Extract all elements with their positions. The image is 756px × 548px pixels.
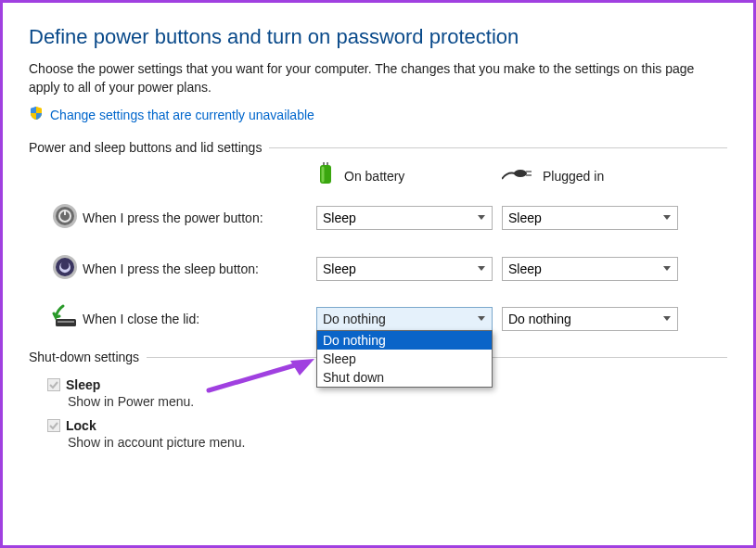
lock-checkbox[interactable]	[47, 419, 60, 432]
lid-battery-select[interactable]: Do nothing	[316, 307, 493, 331]
on-battery-header: On battery	[344, 169, 404, 184]
lid-option-shut-down[interactable]: Shut down	[317, 368, 492, 387]
change-settings-link[interactable]: Change settings that are currently unava…	[50, 108, 314, 122]
plugged-in-icon	[502, 166, 533, 185]
section-shutdown-label: Shut-down settings	[29, 350, 139, 364]
page-description: Choose the power settings that you want …	[29, 60, 697, 96]
svg-rect-14	[58, 321, 74, 323]
sleep-button-plugged-select[interactable]: Sleep	[502, 257, 678, 281]
lock-checkbox-label: Lock	[66, 418, 96, 433]
lid-battery-dropdown[interactable]: Do nothing Sleep Shut down	[316, 330, 493, 388]
divider	[269, 147, 727, 148]
sleep-button-battery-select[interactable]: Sleep	[316, 257, 493, 281]
svg-rect-6	[526, 174, 532, 176]
lid-option-sleep[interactable]: Sleep	[317, 350, 492, 368]
power-button-plugged-select[interactable]: Sleep	[502, 206, 678, 230]
lid-label: When I close the lid:	[83, 312, 199, 326]
page-title: Define power buttons and turn on passwor…	[29, 25, 727, 49]
sleep-button-icon	[51, 253, 79, 284]
svg-rect-1	[327, 162, 328, 165]
svg-rect-3	[322, 167, 325, 183]
lid-icon	[50, 304, 80, 333]
sleep-checkbox[interactable]	[47, 378, 60, 391]
svg-point-4	[514, 170, 527, 177]
power-button-icon	[51, 202, 79, 233]
power-button-label: When I press the power button:	[83, 210, 263, 225]
lid-plugged-select[interactable]: Do nothing	[502, 307, 678, 331]
battery-icon	[316, 162, 335, 189]
sleep-checkbox-label: Sleep	[66, 377, 100, 392]
lid-option-do-nothing[interactable]: Do nothing	[317, 331, 492, 350]
svg-rect-0	[323, 162, 325, 165]
sleep-checkbox-sub: Show in Power menu.	[68, 394, 727, 409]
svg-rect-5	[526, 171, 532, 172]
shield-icon	[29, 106, 44, 123]
power-button-battery-select[interactable]: Sleep	[316, 206, 493, 230]
plugged-in-header: Plugged in	[543, 169, 604, 184]
sleep-button-label: When I press the sleep button:	[83, 261, 259, 276]
lid-battery-value: Do nothing	[323, 312, 386, 326]
svg-rect-10	[64, 210, 66, 215]
section-power-buttons-label: Power and sleep buttons and lid settings	[29, 140, 262, 155]
svg-point-12	[56, 258, 74, 276]
lock-checkbox-sub: Show in account picture menu.	[68, 435, 727, 450]
